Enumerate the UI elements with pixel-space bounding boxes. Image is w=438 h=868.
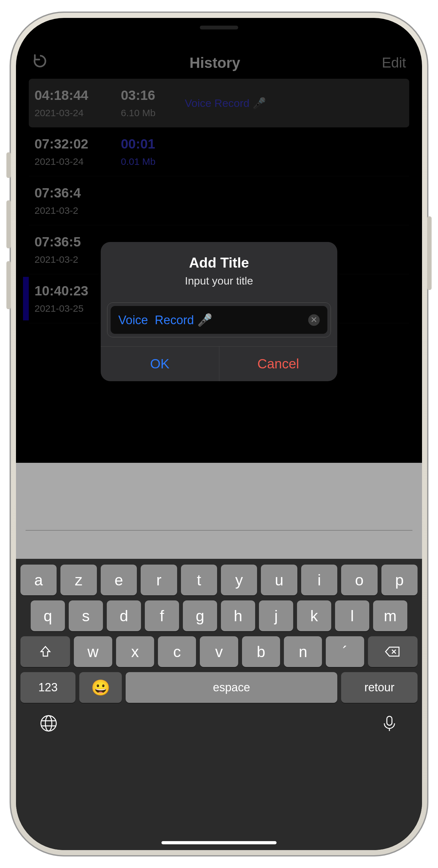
record-duration: 03:16 [121, 88, 185, 103]
record-duration: 00:01 [121, 136, 185, 152]
globe-key[interactable] [40, 714, 58, 735]
key-i[interactable]: i [301, 565, 337, 595]
power-button [427, 216, 432, 290]
svg-point-1 [45, 716, 52, 731]
cancel-button[interactable]: Cancel [219, 347, 338, 381]
record-time: 07:32:02 [35, 136, 121, 152]
key-q[interactable]: q [31, 600, 65, 631]
record-title: Voice Record 🎤 [185, 97, 403, 110]
edit-button[interactable]: Edit [382, 55, 406, 71]
return-key[interactable]: retour [341, 672, 417, 703]
key-c[interactable]: c [158, 636, 196, 667]
notch [136, 18, 302, 37]
clear-input-button[interactable]: ✕ [308, 314, 320, 326]
numeric-key[interactable]: 123 [21, 672, 75, 703]
title-input[interactable] [118, 313, 308, 327]
key-b[interactable]: b [242, 636, 280, 667]
dictation-key[interactable] [380, 714, 398, 735]
record-size: 6.10 Mb [121, 107, 185, 118]
record-size: 0.01 Mb [121, 156, 185, 167]
key-d[interactable]: d [107, 600, 141, 631]
home-indicator[interactable] [162, 841, 276, 844]
key-l[interactable]: l [335, 600, 369, 631]
record-row[interactable]: 07:32:022021-03-2400:010.01 Mb [29, 127, 409, 176]
key-a[interactable]: a [21, 565, 57, 595]
key-h[interactable]: h [221, 600, 255, 631]
key-y[interactable]: y [221, 565, 257, 595]
key-j[interactable]: j [259, 600, 293, 631]
backspace-key[interactable] [368, 636, 417, 667]
space-key[interactable]: espace [126, 672, 338, 703]
record-row[interactable]: 04:18:442021-03-2403:166.10 MbVoice Reco… [29, 79, 409, 127]
key-´[interactable]: ´ [326, 636, 364, 667]
key-v[interactable]: v [200, 636, 238, 667]
key-s[interactable]: s [69, 600, 103, 631]
add-title-dialog: Add Title Input your title ✕ OK Cancel [101, 242, 337, 381]
shift-key[interactable] [21, 636, 70, 667]
key-m[interactable]: m [373, 600, 407, 631]
dialog-title: Add Title [110, 255, 328, 271]
key-o[interactable]: o [341, 565, 377, 595]
key-k[interactable]: k [297, 600, 331, 631]
dialog-subtitle: Input your title [110, 275, 328, 287]
record-date: 2021-03-24 [35, 156, 121, 167]
key-t[interactable]: t [181, 565, 217, 595]
record-time: 07:36:4 [35, 185, 121, 201]
svg-point-0 [41, 716, 56, 731]
keyboard-toolbar [16, 463, 422, 559]
volume-down-button [6, 261, 11, 309]
key-p[interactable]: p [381, 565, 417, 595]
record-date: 2021-03-24 [35, 107, 121, 118]
ok-button[interactable]: OK [101, 347, 219, 381]
key-n[interactable]: n [284, 636, 322, 667]
key-x[interactable]: x [116, 636, 154, 667]
volume-up-button [6, 200, 11, 248]
page-title: History [190, 54, 240, 71]
phone-frame: History Edit 04:18:442021-03-2403:166.10… [9, 11, 429, 857]
silent-switch [6, 152, 11, 178]
key-g[interactable]: g [183, 600, 217, 631]
emoji-key[interactable]: 😀 [79, 672, 122, 703]
svg-rect-2 [387, 716, 392, 725]
key-f[interactable]: f [145, 600, 179, 631]
record-time: 04:18:44 [35, 88, 121, 103]
key-u[interactable]: u [261, 565, 297, 595]
refresh-button[interactable] [32, 53, 48, 72]
key-r[interactable]: r [141, 565, 177, 595]
record-date: 2021-03-2 [35, 205, 121, 216]
key-w[interactable]: w [74, 636, 112, 667]
key-e[interactable]: e [101, 565, 137, 595]
key-z[interactable]: z [60, 565, 97, 595]
record-row[interactable]: 07:36:42021-03-2 [29, 176, 409, 225]
keyboard-area: azertyuiop qsdfghjklm wxcvbn´ 123 😀 [16, 463, 422, 850]
keyboard: azertyuiop qsdfghjklm wxcvbn´ 123 😀 [16, 559, 422, 850]
nav-bar: History Edit [16, 47, 422, 79]
